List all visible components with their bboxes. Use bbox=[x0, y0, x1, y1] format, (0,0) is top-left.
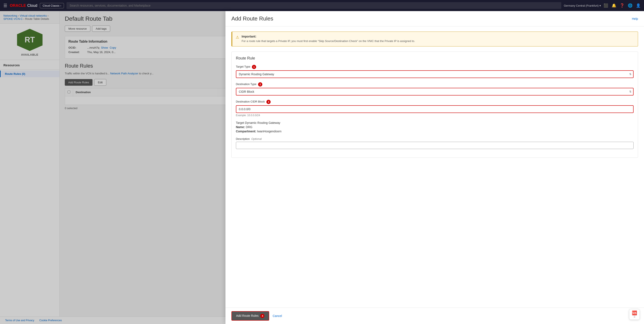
destination-cidr-group: Destination CIDR Block 3 Example: 10.0.0… bbox=[236, 100, 634, 117]
help-widget-grid-icon: ⠿ bbox=[634, 316, 636, 318]
profile-icon[interactable]: 👤 bbox=[636, 3, 640, 8]
important-alert: ⚠ Important: For a route rule that targe… bbox=[232, 32, 638, 46]
footer-step-4-badge: 4 bbox=[260, 314, 264, 318]
route-rule-section: Route Rule Target Type 1 Dynamic Routing… bbox=[232, 52, 638, 158]
bell-icon[interactable]: 🔔 bbox=[612, 3, 616, 8]
oracle-wordmark: ORACLE bbox=[10, 4, 26, 8]
top-navigation: ☰ ORACLE Cloud Cloud Classic › Germany C… bbox=[0, 0, 644, 11]
target-name-row: Name: DRG bbox=[236, 125, 634, 129]
description-input[interactable] bbox=[236, 142, 634, 149]
description-label: Description Optional bbox=[236, 137, 634, 140]
add-route-rules-panel: Add Route Rules Help ⚠ Important: For a … bbox=[226, 11, 644, 324]
destination-type-select-wrapper: CIDR Block ⇅ bbox=[236, 88, 634, 96]
target-compartment-label: Compartment: bbox=[236, 130, 256, 133]
alert-warning-icon: ⚠ bbox=[236, 35, 239, 43]
region-selector[interactable]: Germany Central (Frankfurt) ▾ bbox=[564, 4, 601, 7]
modal-overlay: Add Route Rules Help ⚠ Important: For a … bbox=[0, 11, 644, 324]
cloud-wordmark: Cloud bbox=[27, 4, 37, 8]
destination-type-group: Destination Type 2 CIDR Block ⇅ bbox=[236, 82, 634, 96]
alert-title: Important: bbox=[242, 35, 415, 38]
route-rule-section-title: Route Rule bbox=[236, 56, 634, 60]
cancel-button[interactable]: Cancel bbox=[272, 314, 282, 318]
step-3-badge: 3 bbox=[266, 100, 271, 104]
step-2-badge: 2 bbox=[258, 82, 262, 86]
target-type-group: Target Type 1 Dynamic Routing Gateway ⇅ bbox=[236, 65, 634, 78]
help-widget-button[interactable]: 🆘 ⠿ bbox=[629, 309, 640, 320]
destination-cidr-label: Destination CIDR Block 3 bbox=[236, 100, 634, 104]
modal-header: Add Route Rules Help bbox=[226, 11, 644, 26]
console-icon[interactable]: ⬛ bbox=[604, 3, 608, 8]
nav-icon-group: ⬛ 🔔 ❓ 🌐 👤 bbox=[604, 3, 640, 8]
target-drg-info: Target Dynamic Routing Gateway Name: DRG… bbox=[236, 121, 634, 133]
step-1-badge: 1 bbox=[252, 65, 256, 69]
destination-cidr-input[interactable] bbox=[236, 105, 634, 113]
target-compartment-row: Compartment: IwanHoogendoorn bbox=[236, 130, 634, 133]
target-type-select-wrapper: Dynamic Routing Gateway ⇅ bbox=[236, 70, 634, 78]
target-type-select[interactable]: Dynamic Routing Gateway bbox=[236, 70, 634, 78]
global-search-input[interactable] bbox=[66, 2, 561, 9]
target-drg-label-row: Target Dynamic Routing Gateway bbox=[236, 121, 634, 124]
target-name-value: DRG bbox=[246, 125, 252, 129]
alert-text: Important: For a route rule that targets… bbox=[242, 35, 415, 43]
modal-title: Add Route Rules bbox=[232, 15, 274, 22]
alert-body: For a route rule that targets a Private … bbox=[242, 39, 415, 43]
modal-body: ⚠ Important: For a route rule that targe… bbox=[226, 26, 644, 308]
target-type-label: Target Type 1 bbox=[236, 65, 634, 69]
description-group: Description Optional bbox=[236, 137, 634, 149]
destination-cidr-hint: Example: 10.0.0.0/24 bbox=[236, 114, 634, 117]
add-route-rules-submit-button[interactable]: Add Route Rules 4 bbox=[232, 311, 269, 320]
target-name-label: Name: bbox=[236, 125, 245, 129]
cloud-classic-button[interactable]: Cloud Classic › bbox=[40, 3, 64, 8]
destination-type-label: Destination Type 2 bbox=[236, 82, 634, 86]
modal-footer: Add Route Rules 4 Cancel bbox=[226, 308, 644, 324]
help-icon[interactable]: ❓ bbox=[620, 3, 624, 8]
target-compartment-value: IwanHoogendoorn bbox=[257, 130, 281, 133]
oracle-logo: ORACLE Cloud bbox=[10, 4, 37, 8]
hamburger-menu[interactable]: ☰ bbox=[4, 3, 7, 8]
help-widget-icon: 🆘 bbox=[632, 310, 637, 316]
destination-type-select[interactable]: CIDR Block bbox=[236, 88, 634, 96]
modal-help-link[interactable]: Help bbox=[632, 17, 638, 20]
globe-icon[interactable]: 🌐 bbox=[628, 3, 632, 8]
